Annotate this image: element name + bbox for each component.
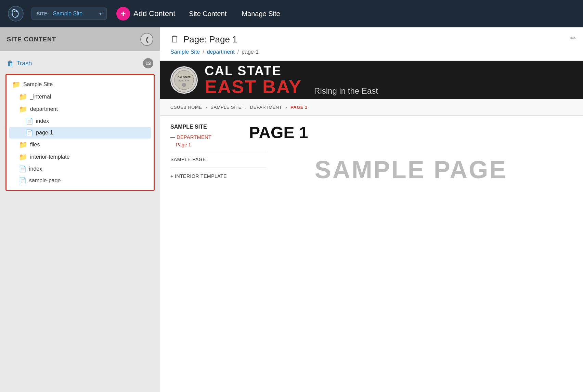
- doc-icon: 📄: [26, 129, 33, 136]
- main-layout: SITE CONTENT ❮ 🗑 Trash 13 📁 Sample Site: [0, 27, 583, 392]
- breadcrumb-sep-2: /: [237, 49, 239, 55]
- sidebar-content: 🗑 Trash 13 📁 Sample Site 📁 _internal: [0, 51, 160, 392]
- page-heading: PAGE 1: [249, 124, 573, 142]
- csueb-text-area: CAL STATE EAST BAY: [205, 64, 302, 96]
- tree-item-label: index: [36, 118, 49, 124]
- left-nav-dept-item: — DEPARTMENT: [170, 134, 239, 140]
- main-content: ✏ 🗒 Page: Page 1 Sample Site / departmen…: [160, 27, 583, 392]
- edit-pencil-icon[interactable]: ✏: [570, 34, 576, 42]
- svg-point-0: [8, 6, 23, 21]
- add-content-label: Add Content: [133, 9, 175, 18]
- site-selector[interactable]: SITE: Sample Site ▾: [31, 8, 107, 20]
- page-title: Page: Page 1: [183, 34, 237, 45]
- page-body: SAMPLE SITE — DEPARTMENT Page 1 SAMPLE P…: [160, 116, 583, 199]
- page-main-content: PAGE 1 SAMPLE PAGE: [249, 124, 573, 191]
- left-nav-title: SAMPLE SITE: [170, 124, 239, 130]
- nav-minus-icon: —: [170, 134, 175, 140]
- trash-link[interactable]: 🗑 Trash: [7, 60, 32, 67]
- app-logo: [7, 5, 25, 23]
- breadcrumb-sep-1: /: [203, 49, 204, 55]
- nav-page1-link[interactable]: Page 1: [170, 142, 191, 147]
- site-content-link[interactable]: Site Content: [185, 9, 231, 19]
- csueb-banner: CAL STATE EAST BAY CAL STATE EAST BAY Ri…: [160, 61, 583, 99]
- nav-home: CSUEB HOME: [170, 105, 202, 110]
- svg-text:EAST BAY: EAST BAY: [179, 80, 189, 82]
- manage-site-link[interactable]: Manage Site: [237, 9, 284, 19]
- nav-current-page: PAGE 1: [290, 105, 308, 110]
- nav-section-sample-page: SAMPLE PAGE: [170, 155, 239, 164]
- page-header: 🗒 Page: Page 1 Sample Site / department …: [160, 27, 583, 61]
- site-nav-preview: CSUEB HOME › SAMPLE SITE › DEPARTMENT › …: [160, 99, 583, 116]
- doc-icon: 📄: [26, 117, 33, 125]
- tree-item-label: index: [29, 166, 42, 172]
- tree-item-label: page-1: [36, 130, 53, 136]
- folder-icon: 📁: [19, 93, 27, 101]
- nav-section-interior-template: + INTERIOR TEMPLATE: [170, 171, 239, 181]
- tree-item-label: interior-template: [30, 154, 70, 160]
- nav-site: SAMPLE SITE: [210, 105, 242, 110]
- sidebar-collapse-button[interactable]: ❮: [140, 33, 153, 46]
- preview-area: CAL STATE EAST BAY CAL STATE EAST BAY Ri…: [160, 61, 583, 392]
- tree-item-department[interactable]: 📁 department: [9, 103, 151, 115]
- add-content-button[interactable]: + Add Content: [114, 5, 178, 22]
- nav-section: DEPARTMENT: [250, 105, 282, 110]
- trash-row: 🗑 Trash 13: [5, 58, 155, 68]
- site-label: SITE:: [37, 11, 49, 16]
- folder-icon: 📁: [19, 105, 27, 113]
- breadcrumb: Sample Site / department / page-1: [170, 49, 573, 55]
- trash-count-badge: 13: [143, 58, 153, 68]
- tree-item-label: Sample Site: [23, 81, 53, 88]
- tree-item-index-dept[interactable]: 📄 index: [9, 115, 151, 127]
- chevron-down-icon: ▾: [99, 11, 102, 16]
- nav-section-label: SAMPLE PAGE: [170, 157, 206, 162]
- tree-item-page-1[interactable]: 📄 page-1: [9, 127, 151, 139]
- chevron-left-icon: ❮: [145, 36, 149, 43]
- doc-icon: 📄: [19, 165, 26, 173]
- csueb-tagline: Rising in the East: [314, 86, 378, 96]
- sidebar: SITE CONTENT ❮ 🗑 Trash 13 📁 Sample Site: [0, 27, 160, 392]
- tree-item-internal[interactable]: 📁 _internal: [9, 91, 151, 103]
- tree-item-label: _internal: [30, 94, 51, 100]
- top-nav: SITE: Sample Site ▾ + Add Content Site C…: [0, 0, 583, 27]
- left-nav-page1-item: Page 1: [170, 142, 239, 147]
- folder-icon: 📁: [19, 141, 27, 149]
- tree-item-index[interactable]: 📄 index: [9, 163, 151, 175]
- nav-section-label: + INTERIOR TEMPLATE: [170, 173, 227, 179]
- left-nav: SAMPLE SITE — DEPARTMENT Page 1 SAMPLE P…: [170, 124, 239, 191]
- sample-page-watermark: SAMPLE PAGE: [249, 156, 573, 184]
- breadcrumb-page: page-1: [242, 49, 259, 55]
- tree-item-label: sample-page: [29, 178, 61, 184]
- doc-icon: 📄: [19, 177, 26, 184]
- tree-item-sample-site[interactable]: 📁 Sample Site: [9, 78, 151, 91]
- tree-item-interior-template[interactable]: 📁 interior-template: [9, 151, 151, 163]
- plus-icon: +: [116, 7, 130, 21]
- site-name: Sample Site: [53, 11, 96, 17]
- nav-sep-2: ›: [245, 105, 247, 110]
- sidebar-header: SITE CONTENT ❮: [0, 27, 160, 51]
- svg-text:CAL STATE: CAL STATE: [178, 76, 191, 78]
- page-title-row: 🗒 Page: Page 1: [170, 34, 573, 45]
- nav-dept-link[interactable]: DEPARTMENT: [177, 134, 211, 140]
- tree-item-label: files: [30, 142, 40, 148]
- svg-point-5: [182, 83, 186, 87]
- csueb-east-bay: EAST BAY: [205, 77, 302, 96]
- file-tree: 📁 Sample Site 📁 _internal 📁 department 📄…: [5, 74, 155, 191]
- sidebar-title: SITE CONTENT: [7, 36, 56, 43]
- page-doc-icon: 🗒: [170, 34, 179, 45]
- tree-item-files[interactable]: 📁 files: [9, 139, 151, 151]
- csueb-cal-state: CAL STATE: [205, 64, 302, 77]
- folder-icon: 📁: [19, 153, 27, 161]
- trash-label: Trash: [16, 60, 32, 67]
- site-breadcrumb-nav: CSUEB HOME › SAMPLE SITE › DEPARTMENT › …: [170, 105, 573, 110]
- csueb-seal: CAL STATE EAST BAY: [170, 66, 198, 94]
- breadcrumb-site[interactable]: Sample Site: [170, 49, 200, 55]
- trash-icon: 🗑: [7, 60, 14, 67]
- folder-icon: 📁: [12, 80, 21, 89]
- nav-sep-3: ›: [285, 105, 287, 110]
- tree-item-sample-page[interactable]: 📄 sample-page: [9, 175, 151, 186]
- sample-page-overlay: SAMPLE PAGE: [249, 142, 573, 191]
- nav-sep-1: ›: [205, 105, 207, 110]
- tree-item-label: department: [30, 106, 58, 112]
- breadcrumb-section[interactable]: department: [207, 49, 235, 55]
